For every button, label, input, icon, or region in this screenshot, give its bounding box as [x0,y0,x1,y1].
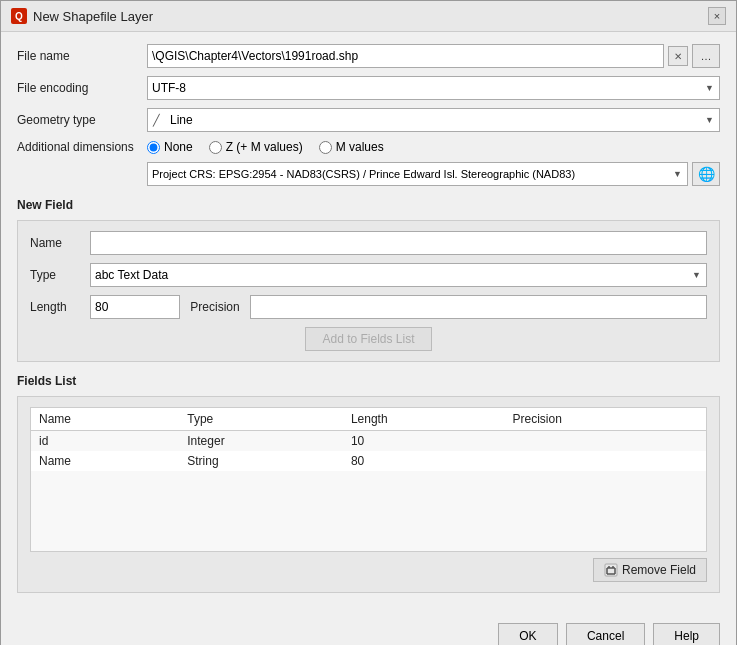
nf-length-input[interactable] [90,295,180,319]
crs-select[interactable]: Project CRS: EPSG:2954 - NAD83(CSRS) / P… [147,162,688,186]
encoding-label: File encoding [17,81,147,95]
radio-z-label: Z (+ M values) [226,140,303,154]
encoding-select[interactable]: UTF-8 [147,76,720,100]
cell-precision [505,451,707,471]
nf-precision-input[interactable] [250,295,707,319]
nf-precision-label: Precision [180,300,250,314]
nf-name-label: Name [30,236,90,250]
filename-label: File name [17,49,147,63]
close-button[interactable]: × [708,7,726,25]
clear-filename-button[interactable]: ✕ [668,46,688,66]
fields-bottom-row: Remove Field [30,558,707,582]
dialog-title: New Shapefile Layer [33,9,153,24]
dimensions-label: Additional dimensions [17,140,147,154]
nf-type-select[interactable]: abc Text Data Integer Double Date Boolea… [90,263,707,287]
title-bar: Q New Shapefile Layer × [1,1,736,32]
cell-length: 80 [343,451,505,471]
browse-button[interactable]: … [692,44,720,68]
geometry-select-wrapper: ╱ Line Point Polygon ▼ [147,108,720,132]
radio-m-input[interactable] [319,141,332,154]
crs-globe-button[interactable]: 🌐 [692,162,720,186]
filename-row: File name ✕ … [17,44,720,68]
add-to-fields-btn[interactable]: Add to Fields List [305,327,431,351]
geometry-label: Geometry type [17,113,147,127]
encoding-select-wrapper: UTF-8 [147,76,720,100]
radio-m[interactable]: M values [319,140,384,154]
col-type: Type [179,408,343,431]
col-name: Name [31,408,180,431]
cell-name: id [31,431,180,452]
cell-name: Name [31,451,180,471]
filename-input[interactable] [147,44,664,68]
filename-controls: ✕ … [147,44,720,68]
radio-m-label: M values [336,140,384,154]
remove-field-icon [604,563,618,577]
cell-precision [505,431,707,452]
help-button[interactable]: Help [653,623,720,646]
new-shapefile-dialog: Q New Shapefile Layer × File name ✕ … Fi… [0,0,737,645]
col-precision: Precision [505,408,707,431]
crs-select-wrapper: Project CRS: EPSG:2954 - NAD83(CSRS) / P… [147,162,688,186]
nf-length-label: Length [30,300,90,314]
dimensions-row: Additional dimensions None Z (+ M values… [17,140,720,154]
radio-none[interactable]: None [147,140,193,154]
radio-none-label: None [164,140,193,154]
geometry-row: Geometry type ╱ Line Point Polygon ▼ [17,108,720,132]
crs-row: Project CRS: EPSG:2954 - NAD83(CSRS) / P… [17,162,720,186]
nf-length-row: Length Precision [30,295,707,319]
radio-none-input[interactable] [147,141,160,154]
fields-list-section-header: Fields List [17,374,720,388]
nf-name-input[interactable] [90,231,707,255]
table-row[interactable]: Name String 80 [31,451,707,471]
fields-list-section: Name Type Length Precision id Integer 10 [17,396,720,593]
geometry-select[interactable]: Line Point Polygon [147,108,720,132]
nf-type-label: Type [30,268,90,282]
remove-field-button[interactable]: Remove Field [593,558,707,582]
app-icon: Q [11,8,27,24]
dimensions-radio-group: None Z (+ M values) M values [147,140,384,154]
nf-type-row: Type abc Text Data Integer Double Date B… [30,263,707,287]
remove-field-label: Remove Field [622,563,696,577]
cell-type: Integer [179,431,343,452]
cell-type: String [179,451,343,471]
dialog-body: File name ✕ … File encoding UTF-8 Geomet… [1,32,736,615]
title-bar-left: Q New Shapefile Layer [11,8,153,24]
cancel-button[interactable]: Cancel [566,623,645,646]
new-field-section: Name Type abc Text Data Integer Double D… [17,220,720,362]
col-length: Length [343,408,505,431]
radio-z-input[interactable] [209,141,222,154]
ok-button[interactable]: OK [498,623,558,646]
empty-row [31,471,707,551]
footer-buttons: OK Cancel Help [1,615,736,646]
radio-z[interactable]: Z (+ M values) [209,140,303,154]
fields-table: Name Type Length Precision id Integer 10 [30,407,707,552]
nf-type-wrapper: abc Text Data Integer Double Date Boolea… [90,263,707,287]
table-row[interactable]: id Integer 10 [31,431,707,452]
encoding-row: File encoding UTF-8 [17,76,720,100]
nf-name-row: Name [30,231,707,255]
new-field-section-header: New Field [17,198,720,212]
cell-length: 10 [343,431,505,452]
